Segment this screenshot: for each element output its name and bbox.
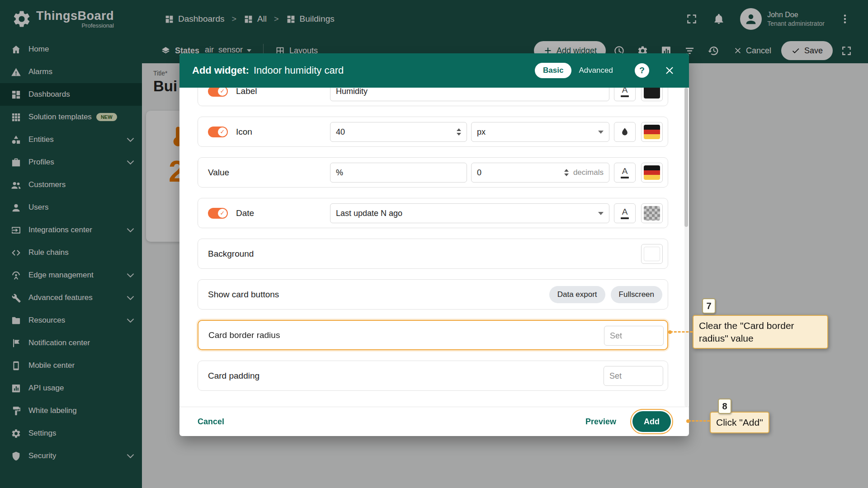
date-font-button[interactable]: A bbox=[614, 203, 636, 223]
dropdown-caret-icon bbox=[598, 131, 604, 134]
preview-button[interactable]: Preview bbox=[585, 417, 616, 427]
step-8-connector-line bbox=[688, 420, 710, 422]
color-swatch-black bbox=[644, 88, 660, 99]
label-row-title: Label bbox=[236, 88, 257, 96]
step-up-icon bbox=[564, 169, 569, 172]
color-swatch-white bbox=[644, 247, 660, 261]
fullscreen-chip[interactable]: Fullscreen bbox=[611, 286, 662, 303]
format-color-bar bbox=[621, 177, 629, 178]
value-row-title: Value bbox=[208, 168, 229, 178]
dialog-title-widget-name: Indoor humidity card bbox=[254, 65, 344, 76]
value-decimals-input[interactable] bbox=[477, 168, 561, 178]
value-decimals-field: decimals bbox=[471, 163, 609, 183]
dialog-title: Add widget: Indoor humidity card bbox=[192, 65, 344, 76]
card-padding-row-title: Card padding bbox=[208, 371, 259, 381]
form-row-label: Label A bbox=[198, 88, 668, 106]
card-border-radius-field bbox=[604, 326, 664, 346]
add-button[interactable]: Add bbox=[632, 411, 671, 432]
background-color-swatch[interactable] bbox=[641, 244, 663, 264]
card-padding-field bbox=[604, 366, 663, 386]
label-font-button[interactable]: A bbox=[614, 88, 636, 101]
date-color-swatch[interactable] bbox=[641, 203, 663, 223]
color-swatch-gradient bbox=[644, 125, 660, 139]
step-7-connector-line bbox=[670, 331, 693, 333]
number-stepper[interactable] bbox=[457, 128, 461, 136]
date-format-select[interactable]: Last update N ago bbox=[330, 203, 609, 223]
step-up-icon bbox=[457, 128, 461, 131]
close-icon bbox=[664, 65, 675, 76]
step-down-icon bbox=[457, 133, 461, 136]
tab-basic[interactable]: Basic bbox=[535, 63, 571, 78]
add-widget-dialog: Add widget: Indoor humidity card Basic A… bbox=[179, 53, 689, 436]
dialog-title-prefix: Add widget: bbox=[192, 65, 249, 76]
value-color-swatch[interactable] bbox=[641, 163, 663, 183]
dialog-cancel-button[interactable]: Cancel bbox=[198, 417, 224, 427]
form-row-value: Value decimals A bbox=[198, 157, 668, 188]
modal-scrollbar-thumb[interactable] bbox=[684, 88, 688, 227]
step-7-callout: Clear the "Card border radius" value bbox=[693, 315, 828, 349]
card-border-radius-input[interactable] bbox=[610, 331, 658, 341]
data-export-chip[interactable]: Data export bbox=[549, 286, 605, 303]
number-stepper[interactable] bbox=[564, 169, 569, 176]
card-buttons-row-title: Show card buttons bbox=[208, 290, 279, 300]
label-visibility-toggle[interactable] bbox=[208, 88, 228, 97]
form-row-card-border-radius: Card border radius bbox=[198, 320, 668, 350]
dialog-header: Add widget: Indoor humidity card Basic A… bbox=[179, 53, 689, 88]
dialog-close-button[interactable] bbox=[662, 63, 677, 78]
decimals-suffix: decimals bbox=[573, 168, 604, 177]
card-padding-input[interactable] bbox=[609, 371, 657, 381]
step-8-callout: Click "Add" bbox=[710, 412, 769, 433]
format-color-text-icon: A bbox=[622, 88, 628, 94]
dialog-body: Label A Icon px bbox=[179, 88, 689, 407]
value-units-field bbox=[330, 163, 467, 183]
date-format-value: Last update N ago bbox=[336, 209, 402, 218]
format-color-text-icon: A bbox=[622, 207, 628, 216]
icon-color-swatch[interactable] bbox=[641, 122, 663, 142]
icon-size-unit-value: px bbox=[477, 127, 486, 137]
color-swatch-gradient bbox=[644, 165, 660, 180]
label-field bbox=[330, 88, 609, 101]
icon-size-field bbox=[330, 122, 467, 142]
form-row-background: Background bbox=[198, 239, 668, 269]
tab-advanced[interactable]: Advanced bbox=[579, 66, 613, 75]
date-row-title: Date bbox=[236, 208, 254, 218]
form-row-card-padding: Card padding bbox=[198, 361, 668, 391]
droplet-icon bbox=[620, 127, 630, 137]
card-buttons-chips: Data export Fullscreen bbox=[549, 286, 662, 303]
step-7-marker: 7 bbox=[702, 298, 716, 314]
dropdown-caret-icon bbox=[598, 212, 604, 215]
dialog-footer: Cancel Preview Add bbox=[179, 407, 689, 436]
form-row-date: Date Last update N ago A bbox=[198, 198, 668, 228]
format-color-bar bbox=[621, 95, 629, 97]
step-8-marker: 8 bbox=[718, 399, 731, 414]
icon-visibility-toggle[interactable] bbox=[208, 127, 228, 137]
background-row-title: Background bbox=[208, 249, 254, 259]
card-border-radius-row-title: Card border radius bbox=[208, 330, 280, 340]
label-input[interactable] bbox=[336, 88, 604, 96]
icon-row-title: Icon bbox=[236, 127, 252, 137]
form-row-card-buttons: Show card buttons Data export Fullscreen bbox=[198, 279, 668, 310]
icon-size-input[interactable] bbox=[336, 127, 453, 137]
date-visibility-toggle[interactable] bbox=[208, 208, 228, 219]
icon-size-unit-select[interactable]: px bbox=[471, 122, 609, 142]
format-color-text-icon: A bbox=[622, 167, 628, 175]
value-font-button[interactable]: A bbox=[614, 163, 636, 183]
value-units-input[interactable] bbox=[336, 168, 461, 178]
icon-picker-button[interactable] bbox=[614, 122, 636, 142]
format-color-bar bbox=[621, 217, 629, 219]
help-button[interactable]: ? bbox=[635, 63, 649, 78]
form-row-icon: Icon px bbox=[198, 117, 668, 147]
step-down-icon bbox=[564, 174, 569, 176]
label-color-swatch[interactable] bbox=[641, 88, 663, 101]
color-swatch-transparent bbox=[644, 206, 660, 221]
